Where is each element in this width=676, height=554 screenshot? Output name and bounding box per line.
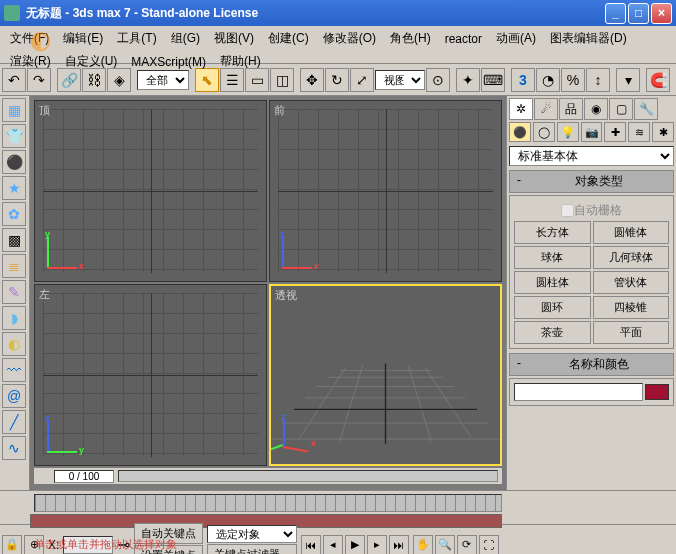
- rollout-objtype-header[interactable]: -对象类型: [509, 170, 674, 193]
- viewport-front[interactable]: 前 x z: [269, 100, 502, 282]
- utilities-tab[interactable]: 🔧: [634, 98, 658, 120]
- tab-cube-icon[interactable]: ▦: [2, 98, 26, 122]
- motion-tab[interactable]: ◉: [584, 98, 608, 120]
- obj-sphere-button[interactable]: 球体: [514, 246, 591, 269]
- obj-plane-button[interactable]: 平面: [593, 321, 670, 344]
- scale-button[interactable]: ⤢: [350, 68, 374, 92]
- manipulate-button[interactable]: ✦: [456, 68, 480, 92]
- tab-stack-icon[interactable]: ≣: [2, 254, 26, 278]
- obj-tube-button[interactable]: 管状体: [593, 271, 670, 294]
- nav-orbit-button[interactable]: ⟳: [457, 535, 477, 555]
- menu-custom[interactable]: 自定义(U): [59, 51, 124, 72]
- menu-animation[interactable]: 动画(A): [490, 28, 542, 49]
- helpers-icon[interactable]: ✚: [604, 122, 626, 142]
- cameras-icon[interactable]: 📷: [581, 122, 603, 142]
- menu-character[interactable]: 角色(H): [384, 28, 437, 49]
- obj-geosphere-button[interactable]: 几何球体: [593, 246, 670, 269]
- maximize-button[interactable]: □: [628, 3, 649, 24]
- ref-coord-combo[interactable]: 视图: [375, 70, 425, 90]
- keyboard-button[interactable]: ⌨: [481, 68, 505, 92]
- viewport-left[interactable]: 左 y z: [34, 284, 267, 466]
- obj-pyramid-button[interactable]: 四棱锥: [593, 296, 670, 319]
- axis-gizmo: x z: [282, 219, 332, 269]
- pivot-button[interactable]: ⊙: [426, 68, 450, 92]
- viewport-top[interactable]: 顶 x y: [34, 100, 267, 282]
- command-panel: ✲ ☄ 品 ◉ ▢ 🔧 ⚫ ◯ 💡 📷 ✚ ≋ ✱ 标准基本体 -对象类型 自动…: [506, 96, 676, 490]
- tab-star-icon[interactable]: ★: [2, 176, 26, 200]
- modify-tab[interactable]: ☄: [534, 98, 558, 120]
- trackbar-toggle[interactable]: [0, 493, 30, 513]
- rotate-button[interactable]: ↻: [325, 68, 349, 92]
- object-name-input[interactable]: [514, 383, 643, 401]
- hierarchy-tab[interactable]: 品: [559, 98, 583, 120]
- lights-icon[interactable]: 💡: [557, 122, 579, 142]
- viewport-perspective[interactable]: 透视 x y z: [269, 284, 502, 466]
- tab-line-icon[interactable]: ╱: [2, 410, 26, 434]
- play-button[interactable]: ▶: [345, 535, 365, 555]
- obj-teapot-button[interactable]: 茶壶: [514, 321, 591, 344]
- prev-frame-button[interactable]: ◂: [323, 535, 343, 555]
- spacewarps-icon[interactable]: ≋: [628, 122, 650, 142]
- tab-checker-icon[interactable]: ▩: [2, 228, 26, 252]
- percent-snap-button[interactable]: %: [561, 68, 585, 92]
- window-crossing-button[interactable]: ◫: [270, 68, 294, 92]
- menu-graph[interactable]: 图表编辑器(D): [544, 28, 633, 49]
- time-slider[interactable]: [34, 494, 502, 512]
- tab-spiral-icon[interactable]: @: [2, 384, 26, 408]
- selection-filter-combo[interactable]: 全部: [137, 70, 189, 90]
- named-sel-button[interactable]: ▾: [616, 68, 640, 92]
- status-hint: 单击或单击并拖动以选择对象: [34, 537, 177, 552]
- frame-display[interactable]: [54, 470, 114, 483]
- nav-pan-button[interactable]: ✋: [413, 535, 433, 555]
- menu-view[interactable]: 视图(V): [208, 28, 260, 49]
- spinner-snap-button[interactable]: ↕: [586, 68, 610, 92]
- goto-end-button[interactable]: ⏭: [389, 535, 409, 555]
- tab-glass-icon[interactable]: ◗: [2, 306, 26, 330]
- mirror-button[interactable]: 🧲: [646, 68, 670, 92]
- menu-edit[interactable]: 编辑(E): [57, 28, 109, 49]
- menu-group[interactable]: 组(G): [165, 28, 206, 49]
- tab-wave-icon[interactable]: ∿: [2, 436, 26, 460]
- tab-shirt-icon[interactable]: 👕: [2, 124, 26, 148]
- minimize-button[interactable]: _: [605, 3, 626, 24]
- menu-create[interactable]: 创建(C): [262, 28, 315, 49]
- tab-pen-icon[interactable]: ✎: [2, 280, 26, 304]
- move-button[interactable]: ✥: [300, 68, 324, 92]
- tab-leaf-icon[interactable]: ✿: [2, 202, 26, 226]
- shapes-icon[interactable]: ◯: [533, 122, 555, 142]
- axis-gizmo: x y z: [279, 406, 329, 456]
- angle-snap-button[interactable]: ◔: [536, 68, 560, 92]
- obj-box-button[interactable]: 长方体: [514, 221, 591, 244]
- key-filter-button[interactable]: 关键点过滤器...: [207, 544, 296, 555]
- key-target-combo[interactable]: 选定对象: [207, 525, 296, 543]
- snap-button[interactable]: 3: [511, 68, 535, 92]
- nav-zoom-button[interactable]: 🔍: [435, 535, 455, 555]
- object-color-swatch[interactable]: [645, 384, 669, 400]
- close-button[interactable]: ×: [651, 3, 672, 24]
- tab-lamp-icon[interactable]: ◐: [2, 332, 26, 356]
- menu-tools[interactable]: 工具(T): [111, 28, 162, 49]
- nav-max-button[interactable]: ⛶: [479, 535, 499, 555]
- menu-help[interactable]: 帮助(H): [214, 51, 267, 72]
- geometry-icon[interactable]: ⚫: [509, 122, 531, 142]
- display-tab[interactable]: ▢: [609, 98, 633, 120]
- tab-sphere-icon[interactable]: ⚫: [2, 150, 26, 174]
- menu-render[interactable]: 渲染(R): [4, 51, 57, 72]
- systems-icon[interactable]: ✱: [652, 122, 674, 142]
- menu-file[interactable]: 文件(F): [4, 28, 55, 49]
- obj-torus-button[interactable]: 圆环: [514, 296, 591, 319]
- tab-curve-icon[interactable]: 〰: [2, 358, 26, 382]
- menu-modifier[interactable]: 修改器(O): [317, 28, 382, 49]
- lock-button[interactable]: 🔒: [2, 535, 22, 555]
- obj-cone-button[interactable]: 圆锥体: [593, 221, 670, 244]
- scrollbar[interactable]: [118, 470, 498, 482]
- category-combo[interactable]: 标准基本体: [509, 146, 674, 166]
- viewport-label: 前: [274, 103, 285, 118]
- menu-reactor[interactable]: reactor: [439, 30, 488, 48]
- rollout-namecolor-header[interactable]: -名称和颜色: [509, 353, 674, 376]
- goto-start-button[interactable]: ⏮: [301, 535, 321, 555]
- create-tab[interactable]: ✲: [509, 98, 533, 120]
- next-frame-button[interactable]: ▸: [367, 535, 387, 555]
- menu-maxscript[interactable]: MAXScript(M): [125, 53, 212, 71]
- obj-cylinder-button[interactable]: 圆柱体: [514, 271, 591, 294]
